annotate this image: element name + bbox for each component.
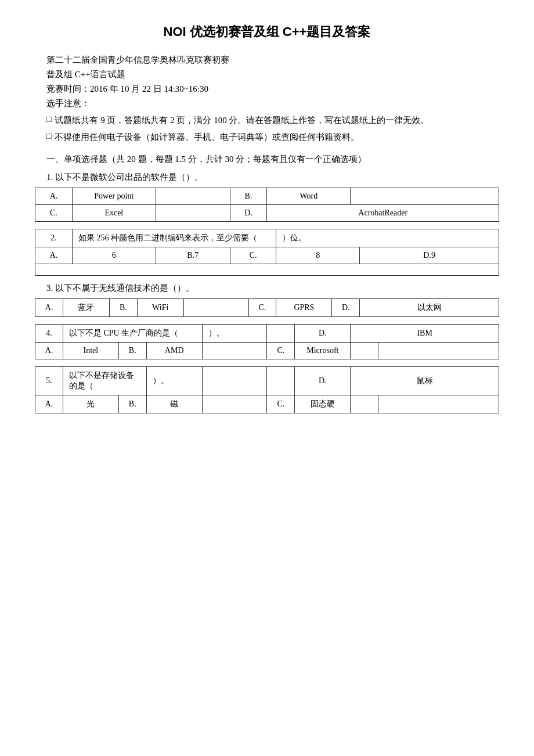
cell: 光 bbox=[63, 395, 118, 413]
cell: IBM bbox=[351, 325, 499, 343]
cell: 磁 bbox=[146, 395, 202, 413]
table-row: A. 蓝牙 B. WiFi C. GPRS D. 以太网 bbox=[35, 299, 499, 317]
notice-text-2: 不得使用任何电子设备（如计算器、手机、电子词典等）或查阅任何书籍资料。 bbox=[55, 132, 359, 143]
q3-table-container: A. 蓝牙 B. WiFi C. GPRS D. 以太网 bbox=[35, 298, 499, 317]
cell: D. bbox=[332, 299, 360, 317]
cell: WiFi bbox=[137, 299, 183, 317]
cell: D. bbox=[230, 205, 267, 222]
cell: 如果 256 种颜色用二进制编码来表示，至少需要（ bbox=[72, 229, 276, 247]
q5-table-container: 5. 以下不是存储设备的是（ ）。 D. 鼠标 A. 光 B. 磁 C. 固态硬 bbox=[35, 366, 499, 413]
cell: 4. bbox=[35, 325, 63, 343]
cell bbox=[351, 188, 499, 205]
meta-line4: 选手注意： bbox=[46, 98, 499, 109]
table-row: C. Excel D. AcrobatReader bbox=[35, 205, 499, 222]
cell: A. bbox=[35, 299, 63, 317]
cell: 2. bbox=[35, 229, 73, 247]
table-row: A. Intel B. AMD C. Microsoft bbox=[35, 343, 499, 359]
table-row: A. 6 B.7 C. 8 D.9 bbox=[35, 247, 499, 264]
cell: Excel bbox=[72, 205, 156, 222]
cell: 蓝牙 bbox=[63, 299, 109, 317]
cell: 以下不是 CPU 生产厂商的是（ bbox=[63, 325, 202, 343]
q2-table-container: 2. 如果 256 种颜色用二进制编码来表示，至少需要（ ）位。 A. 6 B.… bbox=[35, 229, 499, 276]
cell: GPRS bbox=[276, 299, 332, 317]
cell bbox=[378, 343, 499, 359]
cell: C. bbox=[267, 395, 295, 413]
cell: ）位。 bbox=[276, 229, 499, 247]
cell: B. bbox=[230, 188, 267, 205]
q5-table: 5. 以下不是存储设备的是（ ）。 D. 鼠标 A. 光 B. 磁 C. 固态硬 bbox=[35, 366, 499, 413]
cell bbox=[351, 343, 378, 359]
cell: 6 bbox=[72, 247, 156, 264]
cell: B. bbox=[118, 395, 146, 413]
table-row: A. 光 B. 磁 C. 固态硬 bbox=[35, 395, 499, 413]
cell: 以太网 bbox=[360, 299, 499, 317]
cell: Microsoft bbox=[295, 343, 351, 359]
cell: 固态硬 bbox=[295, 395, 351, 413]
cell: D. bbox=[295, 325, 351, 343]
cell bbox=[183, 299, 248, 317]
meta-line2: 普及组 C++语言试题 bbox=[46, 69, 499, 80]
cell: 以下不是存储设备的是（ bbox=[63, 367, 146, 395]
cell: 8 bbox=[276, 247, 360, 264]
cell: A. bbox=[35, 395, 63, 413]
cell: C. bbox=[248, 299, 276, 317]
cell bbox=[202, 367, 267, 395]
table-row: 5. 以下不是存储设备的是（ ）。 D. 鼠标 bbox=[35, 367, 499, 395]
notice-icon-1: □ bbox=[46, 115, 51, 124]
meta-line3: 竞赛时间：2016 年 10 月 22 日 14:30~16:30 bbox=[46, 84, 499, 95]
cell: B. bbox=[118, 343, 146, 359]
cell bbox=[267, 325, 295, 343]
cell: B. bbox=[109, 299, 137, 317]
q3-table: A. 蓝牙 B. WiFi C. GPRS D. 以太网 bbox=[35, 298, 499, 317]
cell: Power point bbox=[72, 188, 156, 205]
cell: C. bbox=[267, 343, 295, 359]
cell: Intel bbox=[63, 343, 118, 359]
cell: C. bbox=[230, 247, 276, 264]
cell: 鼠标 bbox=[351, 367, 499, 395]
cell: D. bbox=[295, 367, 351, 395]
cell: ）。 bbox=[146, 367, 202, 395]
table-row: 2. 如果 256 种颜色用二进制编码来表示，至少需要（ ）位。 bbox=[35, 229, 499, 247]
notice-item-2: □ 不得使用任何电子设备（如计算器、手机、电子词典等）或查阅任何书籍资料。 bbox=[46, 132, 499, 143]
cell: Word bbox=[267, 188, 351, 205]
notice-item-1: □ 试题纸共有 9 页，答题纸共有 2 页，满分 100 分。请在答题纸上作答，… bbox=[46, 115, 499, 126]
cell: 5. bbox=[35, 367, 63, 395]
notice-text-1: 试题纸共有 9 页，答题纸共有 2 页，满分 100 分。请在答题纸上作答，写在… bbox=[55, 115, 429, 126]
q1-label: 1. 以下不是微软公司出品的软件是（）。 bbox=[46, 172, 499, 183]
table-row: A. Power point B. Word bbox=[35, 188, 499, 205]
cell: A. bbox=[35, 343, 63, 359]
cell bbox=[202, 343, 267, 359]
q2-table: 2. 如果 256 种颜色用二进制编码来表示，至少需要（ ）位。 A. 6 B.… bbox=[35, 229, 499, 276]
cell: C. bbox=[35, 205, 73, 222]
q4-table-container: 4. 以下不是 CPU 生产厂商的是（ ）。 D. IBM A. Intel B… bbox=[35, 324, 499, 359]
notice-icon-2: □ bbox=[46, 132, 51, 141]
cell-empty bbox=[35, 264, 499, 276]
table-row: 4. 以下不是 CPU 生产厂商的是（ ）。 D. IBM bbox=[35, 325, 499, 343]
page-title: NOI 优选初赛普及组 C++题目及答案 bbox=[35, 23, 499, 41]
cell: A. bbox=[35, 247, 73, 264]
cell: A. bbox=[35, 188, 73, 205]
cell bbox=[202, 395, 267, 413]
q3-label: 3. 以下不属于无线通信技术的是（）。 bbox=[46, 283, 499, 294]
cell: B.7 bbox=[156, 247, 230, 264]
cell: AMD bbox=[146, 343, 202, 359]
q1-table: A. Power point B. Word C. Excel D. Acrob… bbox=[35, 188, 499, 222]
table-row-empty bbox=[35, 264, 499, 276]
cell bbox=[156, 205, 230, 222]
cell: D.9 bbox=[360, 247, 499, 264]
q4-table: 4. 以下不是 CPU 生产厂商的是（ ）。 D. IBM A. Intel B… bbox=[35, 324, 499, 359]
meta-line1: 第二十二届全国青少年信息学奥林匹克联赛初赛 bbox=[46, 55, 499, 66]
cell: AcrobatReader bbox=[267, 205, 499, 222]
cell bbox=[156, 188, 230, 205]
q1-table-container: A. Power point B. Word C. Excel D. Acrob… bbox=[35, 188, 499, 222]
cell bbox=[378, 395, 499, 413]
cell bbox=[351, 395, 378, 413]
cell bbox=[267, 367, 295, 395]
section1-title: 一、单项选择题（共 20 题，每题 1.5 分，共计 30 分；每题有且仅有一个… bbox=[46, 152, 499, 166]
cell: ）。 bbox=[202, 325, 267, 343]
